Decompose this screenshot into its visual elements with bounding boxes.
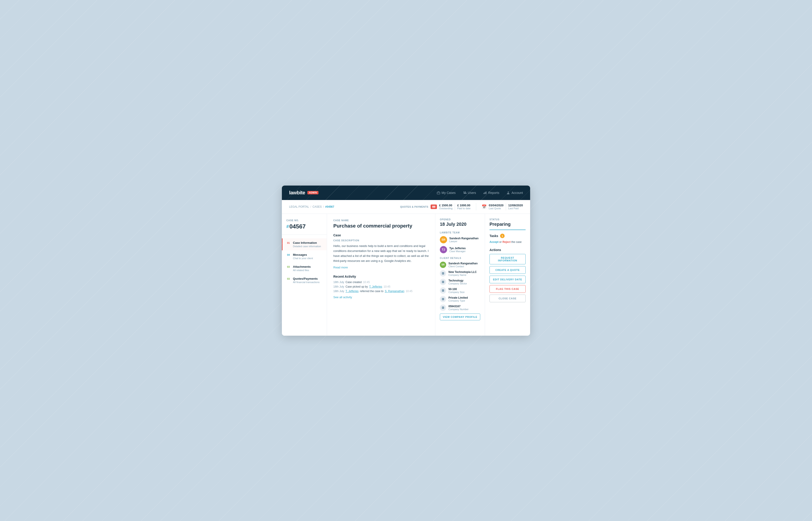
activity-link-jefferies-1[interactable]: T. Jefferies <box>369 285 382 288</box>
avatar-sr: SR <box>440 236 447 243</box>
breadcrumb-sep-2: / <box>323 205 324 208</box>
client-info-sector: Technology Company Sector <box>448 279 467 285</box>
member-role-tj: Case Manager <box>449 250 466 253</box>
read-more-link[interactable]: Read more <box>333 266 348 269</box>
client-details-label: CLIENT DETAILS <box>440 257 480 259</box>
sidebar-num-03a: 03 <box>287 266 291 268</box>
activity-action-1: Case created <box>346 280 362 284</box>
activity-date-3: 18th July <box>333 290 344 293</box>
paid-group: £ 1000.00 Paid to date <box>457 204 470 210</box>
case-desc-label: CASE DESCRIPTION <box>333 239 429 242</box>
tag-icon <box>441 297 445 301</box>
edit-delivery-button[interactable]: EDIT DELIVERY DATE <box>489 276 526 283</box>
task-accept[interactable]: Accept <box>489 241 498 244</box>
tasks-label: Tasks <box>489 234 498 238</box>
breadcrumb-case-id[interactable]: #04567 <box>325 205 334 208</box>
type-icon <box>440 296 446 302</box>
sidebar-num-01: 01 <box>287 242 291 244</box>
breadcrumb-portal[interactable]: LEGAL PORTAL <box>289 205 309 208</box>
task-actions: Accept or Reject the case <box>489 241 526 244</box>
chart-icon <box>483 191 487 195</box>
case-desc-text: Hello, our business needs help to build … <box>333 244 429 264</box>
client-avatar: SR <box>440 262 446 268</box>
case-no-section: CASE NO. # 04567 <box>282 219 327 235</box>
grid-icon <box>441 280 445 284</box>
client-contact-name: Sandesh Ranganathan <box>448 262 478 265</box>
breadcrumb-cases[interactable]: CASES <box>312 205 322 208</box>
avatar-tj: TJ <box>440 246 447 253</box>
number-value: 05943167 <box>448 305 468 308</box>
team-member-info-tj: Tye Jefferies Case Manager <box>449 247 466 253</box>
task-reject[interactable]: Reject <box>502 241 510 244</box>
close-case-button[interactable]: CLOSE CASE <box>489 295 526 302</box>
case-no-label: CASE NO. <box>286 219 322 222</box>
member-name-sr: Sandesh Ranganathan <box>449 237 479 240</box>
last-quote-label: Last Quote <box>489 207 504 210</box>
case-name-label: CASE NAME <box>333 219 429 222</box>
lawbite-team-label: LAWBITE TEAM <box>440 231 480 234</box>
client-info-company: New Technotopia LLC Company Name <box>448 270 477 276</box>
sidebar-content-quotes: Quotes/Payments All financial transactio… <box>293 277 320 284</box>
member-name-tj: Tye Jefferies <box>449 247 466 250</box>
size-icon <box>440 287 446 294</box>
nav-my-cases-label: My Cases <box>442 191 456 195</box>
outstanding-amount: £ 1500.00 <box>439 204 453 207</box>
breadcrumb-bar: LEGAL PORTAL / CASES / #04567 QUOTES & P… <box>282 200 530 214</box>
sidebar-sub-messages: Chat to your client <box>293 257 313 259</box>
opened-label: OPENED <box>440 218 480 221</box>
sidebar-item-messages[interactable]: 04 Messages Chat to your client <box>282 250 327 262</box>
activity-link-jefferies-2[interactable]: T. Jefferies <box>346 290 358 293</box>
opened-date: 18 July 2020 <box>440 222 480 227</box>
team-member-info-sr: Sandesh Ranganathan Lawyer <box>449 237 479 243</box>
meta-quotes: QUOTES & PAYMENTS £ 1500.00 Outstanding … <box>400 203 470 210</box>
sidebar-num-03b: 03 <box>287 277 291 280</box>
team-member-sr: SR Sandesh Ranganathan Lawyer <box>440 236 480 243</box>
request-info-button[interactable]: REQUEST INFORMATION <box>489 254 526 264</box>
sidebar-title-quotes: Quotes/Payments <box>293 277 320 280</box>
sidebar-title-case-info: Case Information <box>293 241 321 245</box>
nav-account[interactable]: Account <box>506 191 523 195</box>
sidebar-sub-quotes: All financial transactions <box>293 281 320 284</box>
outstanding-label: Outstanding <box>439 207 453 210</box>
client-row-company: New Technotopia LLC Company Name <box>440 270 480 276</box>
client-row-type: Private Limited Company Type <box>440 296 480 302</box>
users-sm-icon <box>441 289 445 292</box>
client-info-contact: Sandesh Ranganathan Client Contact <box>448 262 478 268</box>
top-nav: lawbite ADMIN My Cases Users Reports Acc… <box>282 185 530 200</box>
case-detail: CASE NAME Purchase of commercial propert… <box>327 214 435 336</box>
last-quote-date: 03/04/2020 <box>489 204 504 207</box>
sidebar-item-attachments[interactable]: 03 Attachments All related files <box>282 262 327 274</box>
activity-date-1: 18th July <box>333 280 344 284</box>
nav-my-cases[interactable]: My Cases <box>437 191 456 195</box>
opened-section: OPENED 18 July 2020 <box>440 218 480 227</box>
logo: lawbite <box>289 190 305 196</box>
activity-action-3: referred the case to <box>360 290 384 293</box>
flag-case-button[interactable]: FLAG THIS CASE <box>489 285 526 293</box>
activity-link-ranganathan[interactable]: S. Ranganathan <box>385 290 404 293</box>
company-name-value: New Technotopia LLC <box>448 270 477 274</box>
client-info-type: Private Limited Company Type <box>448 296 468 302</box>
main-content: CASE NO. # 04567 01 Case Information Det… <box>282 214 530 336</box>
company-icon <box>440 270 446 276</box>
sidebar-item-quotes[interactable]: 03 Quotes/Payments All financial transac… <box>282 274 327 286</box>
view-company-button[interactable]: VIEW COMPANY PROFILE <box>440 314 480 320</box>
see-all-link[interactable]: See all activity <box>333 295 352 299</box>
number-label: Company Number <box>448 308 468 311</box>
size-label: Company Size <box>448 291 465 293</box>
sidebar-title-attachments: Attachments <box>293 265 311 268</box>
svg-rect-1 <box>432 206 435 207</box>
recent-activity: Recent Activity 18th July Case created 1… <box>333 275 429 299</box>
nav-users[interactable]: Users <box>463 191 476 195</box>
nav-reports-label: Reports <box>488 191 499 195</box>
nav-reports[interactable]: Reports <box>483 191 499 195</box>
nav-links: My Cases Users Reports Account <box>437 191 523 195</box>
last-quote-group: 03/04/2020 Last Quote <box>489 204 504 210</box>
activity-row-1: 18th July Case created 10:45 <box>333 280 429 284</box>
sidebar-item-case-info[interactable]: 01 Case Information Detailed case inform… <box>282 239 327 250</box>
task-or: or <box>499 241 502 244</box>
sector-value: Technology <box>448 279 467 282</box>
tasks-badge: 1 <box>500 234 505 238</box>
create-quote-button[interactable]: CREATE A QUOTE <box>489 266 526 274</box>
case-name-value: Purchase of commercial property <box>333 223 429 229</box>
team-panel: OPENED 18 July 2020 LAWBITE TEAM SR Sand… <box>435 214 485 336</box>
